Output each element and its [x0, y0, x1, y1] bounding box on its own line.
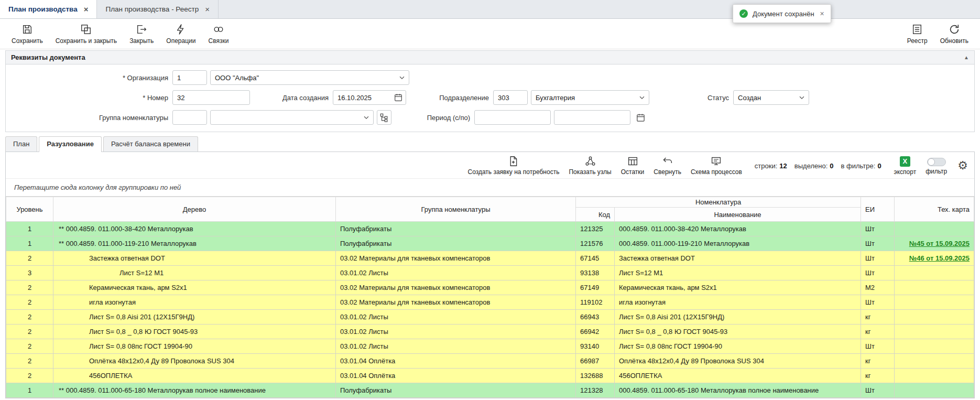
- cell-unit: Шт: [861, 266, 895, 280]
- form-row-nomgroup-period: Группа номенклатуры Период (с/по): [6, 110, 974, 125]
- create-demand-request-button[interactable]: Создать заявку на потребность: [468, 156, 560, 176]
- nomenclature-tree-button[interactable]: [377, 110, 391, 125]
- group-by-drop-zone[interactable]: Перетащите сюда колонку для группировки …: [6, 178, 974, 197]
- header-nomenclature[interactable]: Номенклатура: [576, 197, 861, 208]
- cell-name: игла изогнутая: [615, 295, 861, 310]
- grid-panel: Создать заявку на потребность Показать у…: [5, 152, 975, 398]
- tech-card-link[interactable]: №46 от 15.09.2025: [909, 254, 970, 262]
- table-row[interactable]: 1 ** 000.4859. 011.000-65-180 Металлорук…: [6, 383, 974, 398]
- table-row[interactable]: 1 ** 000.4859. 011.000-38-420 Металлорук…: [6, 222, 974, 236]
- cell-unit: Шт: [861, 222, 895, 236]
- header-code[interactable]: Код: [576, 208, 615, 222]
- header-level[interactable]: Уровень: [6, 197, 53, 222]
- cell-unit: Шт: [861, 383, 895, 398]
- cell-group: 03.01.02 Листы: [336, 310, 576, 325]
- cell-tech-card: [895, 339, 974, 354]
- cell-name: Лист S= 0,8 Aisi 201 (12Х15Г9НД): [615, 310, 861, 325]
- table-row[interactable]: 2 456ОПЛЕТКА 03.01.04 Оплётка 132688 456…: [6, 369, 974, 383]
- chevron-down-icon: [638, 94, 646, 101]
- division-name-select[interactable]: Бухгалтерия: [531, 90, 649, 105]
- nomenclature-group-code-input[interactable]: [172, 110, 207, 125]
- cell-tree: Оплётка 48x12x0,4 Ду 89 Проволока SUS 30…: [53, 354, 336, 369]
- organization-code-input[interactable]: [172, 70, 207, 85]
- cell-unit: кг: [861, 354, 895, 369]
- window-tab-plan[interactable]: План производства ×: [0, 0, 97, 18]
- cell-group: 03.02 Материалы для тканевых компенсатор…: [336, 251, 576, 266]
- links-button[interactable]: Связки: [202, 21, 235, 47]
- cell-level: 1: [6, 383, 53, 398]
- filter-toggle-button[interactable]: фильтр: [925, 156, 947, 175]
- grid-table-icon: [627, 156, 638, 167]
- window-tab-label: План производства: [8, 5, 78, 13]
- organization-name-select[interactable]: ООО "Альфа": [210, 70, 409, 85]
- header-unit[interactable]: ЕИ: [861, 197, 895, 222]
- calendar-icon[interactable]: [394, 93, 403, 102]
- period-to-input[interactable]: [554, 110, 630, 125]
- nomenclature-group-label: Группа номенклатуры: [6, 114, 172, 122]
- requisites-form: * Организация ООО "Альфа" * Номер Дата с…: [6, 64, 974, 132]
- process-diagram-button[interactable]: Схема процессов: [691, 156, 742, 176]
- close-tab-icon[interactable]: ×: [205, 5, 210, 13]
- table-row[interactable]: 2 игла изогнутая 03.02 Материалы для тка…: [6, 295, 974, 310]
- table-row[interactable]: 2 Лист S= 0,8 _ 0,8 Ю ГОСТ 9045-93 03.01…: [6, 325, 974, 339]
- requisites-header[interactable]: Реквизиты документа ▲: [6, 51, 974, 64]
- collapse-section-icon[interactable]: ▲: [964, 55, 969, 60]
- tab-razuzlovanie[interactable]: Разузлование: [39, 136, 102, 152]
- collapse-button[interactable]: Свернуть: [654, 156, 681, 176]
- window-tab-registry[interactable]: План производства - Реестр ×: [97, 0, 219, 18]
- cell-level: 3: [6, 266, 53, 280]
- cell-tree: Лист S= 0,8 _ 0,8 Ю ГОСТ 9045-93: [53, 325, 336, 339]
- division-code-input[interactable]: [493, 90, 528, 105]
- cell-code: 93140: [576, 339, 615, 354]
- show-nodes-button[interactable]: Показать узлы: [569, 156, 611, 176]
- registry-button[interactable]: Реестр: [901, 21, 934, 47]
- grid-counters: строки:12 выделено:0 в фильтре:0: [755, 162, 881, 170]
- close-tab-icon[interactable]: ×: [84, 5, 89, 13]
- toggle-switch-icon[interactable]: [927, 158, 946, 166]
- table-row[interactable]: 2 Оплётка 48x12x0,4 Ду 89 Проволока SUS …: [6, 354, 974, 369]
- table-row[interactable]: 1 ** 000.4859. 011.000-119-210 Металлору…: [6, 236, 974, 251]
- cell-unit: кг: [861, 325, 895, 339]
- refresh-icon: [949, 24, 960, 35]
- chain-link-icon: [213, 24, 224, 35]
- cell-unit: Шт: [861, 295, 895, 310]
- save-and-close-button[interactable]: Сохранить и закрыть: [49, 21, 123, 47]
- save-button[interactable]: Сохранить: [5, 21, 49, 47]
- header-tech-card[interactable]: Тех. карта: [895, 197, 974, 222]
- header-name[interactable]: Наименование: [615, 208, 861, 222]
- cell-level: 1: [6, 236, 53, 251]
- excel-icon: X: [900, 156, 910, 167]
- table-row[interactable]: 2 Лист S= 0,8 Aisi 201 (12Х15Г9НД) 03.01…: [6, 310, 974, 325]
- selected-counter: выделено:0: [794, 162, 834, 170]
- table-row[interactable]: 3 Лист S=12 М1 03.01.02 Листы 93138 Лист…: [6, 266, 974, 280]
- operations-button[interactable]: Операции: [160, 21, 202, 47]
- cell-code: 66987: [576, 354, 615, 369]
- tab-time-balance[interactable]: Расчёт баланса времени: [103, 136, 198, 152]
- cell-tech-card: [895, 222, 974, 236]
- export-excel-button[interactable]: X экспорт: [894, 156, 917, 176]
- tech-card-link[interactable]: №45 от 15.09.2025: [909, 240, 970, 247]
- header-tree[interactable]: Дерево: [53, 197, 336, 222]
- status-select[interactable]: Создан: [733, 90, 809, 105]
- table-row[interactable]: 2 Керамическая ткань, арм S2x1 03.02 Мат…: [6, 280, 974, 295]
- table-row[interactable]: 2 Лист S= 0,8 08пс ГОСТ 19904-90 03.01.0…: [6, 339, 974, 354]
- stocks-button[interactable]: Остатки: [621, 156, 645, 176]
- document-tab-bar: План Разузлование Расчёт баланса времени: [5, 136, 975, 152]
- header-nom-group[interactable]: Группа номенклатуры: [336, 197, 576, 222]
- cell-tree: 456ОПЛЕТКА: [53, 369, 336, 383]
- close-button[interactable]: Закрыть: [123, 21, 160, 47]
- table-row[interactable]: 2 Застежка ответная DOT 03.02 Материалы …: [6, 251, 974, 266]
- calendar-icon[interactable]: [636, 113, 646, 123]
- grid-toolbar: Создать заявку на потребность Показать у…: [6, 152, 974, 178]
- period-from-input[interactable]: [474, 110, 551, 125]
- gear-icon[interactable]: ⚙: [957, 160, 968, 171]
- refresh-button[interactable]: Обновить: [934, 21, 975, 47]
- nomenclature-group-select[interactable]: [210, 110, 374, 125]
- cell-tree: Застежка ответная DOT: [53, 251, 336, 266]
- save-icon: [21, 24, 33, 35]
- close-toast-icon[interactable]: ×: [820, 9, 824, 18]
- cell-code: 93138: [576, 266, 615, 280]
- cell-name: Оплётка 48x12x0,4 Ду 89 Проволока SUS 30…: [615, 354, 861, 369]
- tab-plan[interactable]: План: [5, 136, 37, 152]
- number-input[interactable]: [172, 90, 250, 105]
